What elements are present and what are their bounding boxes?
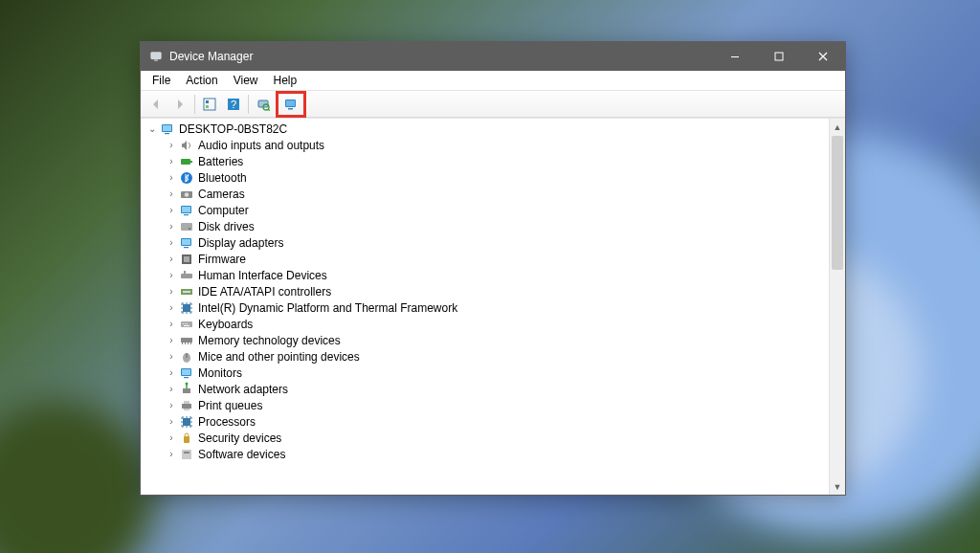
display-icon (179, 235, 194, 251)
svg-rect-58 (184, 436, 189, 443)
expander-icon[interactable]: › (166, 384, 177, 394)
tree-category[interactable]: ›Display adapters (141, 234, 829, 251)
toolbar-separator (248, 95, 249, 114)
svg-rect-39 (185, 323, 186, 324)
svg-rect-29 (184, 247, 189, 248)
titlebar[interactable]: Device Manager (141, 42, 845, 71)
tree-category[interactable]: ›Intel(R) Dynamic Platform and Thermal F… (141, 299, 829, 316)
tree-category-label: Firmware (198, 253, 246, 266)
forward-button[interactable] (168, 93, 191, 116)
expander-icon[interactable]: › (166, 286, 177, 297)
expander-icon[interactable]: › (166, 449, 177, 459)
expander-icon[interactable]: ⌄ (146, 123, 158, 134)
expander-icon[interactable]: › (166, 188, 177, 199)
tree-category-label: Display adapters (198, 236, 283, 250)
svg-rect-57 (183, 418, 190, 426)
menu-file[interactable]: File (145, 72, 178, 89)
annotation-highlight (276, 91, 306, 118)
svg-rect-28 (182, 239, 190, 245)
svg-rect-60 (184, 452, 189, 453)
monitor-icon (179, 365, 194, 381)
tree-category[interactable]: ›Disk drives (141, 218, 829, 234)
tree-category[interactable]: ›Batteries (141, 153, 829, 169)
svg-rect-54 (182, 404, 191, 409)
expander-icon[interactable]: › (166, 156, 177, 166)
svg-rect-17 (181, 159, 190, 165)
svg-rect-42 (181, 338, 192, 343)
tree-category[interactable]: ›Keyboards (141, 316, 829, 332)
tree-category[interactable]: ›Network adapters (141, 381, 829, 397)
tree-category[interactable]: ›Print queues (141, 397, 829, 413)
scan-hardware-button[interactable] (252, 93, 275, 116)
scroll-down-arrow[interactable]: ▼ (830, 478, 845, 495)
scroll-thumb[interactable] (832, 136, 843, 270)
tree-category[interactable]: ›Mice and other pointing devices (141, 348, 829, 365)
tree-category[interactable]: ›Bluetooth (141, 169, 829, 186)
svg-rect-0 (151, 53, 162, 59)
menu-help[interactable]: Help (266, 72, 305, 89)
device-tree[interactable]: ⌄DESKTOP-0BST82C›Audio inputs and output… (141, 119, 829, 495)
expander-icon[interactable]: › (166, 416, 177, 427)
show-hide-tree-button[interactable] (198, 93, 221, 116)
tree-category[interactable]: ›Security devices (141, 430, 829, 446)
disk-icon (179, 219, 194, 234)
add-legacy-hardware-button[interactable] (279, 93, 302, 116)
vertical-scrollbar[interactable]: ▲ ▼ (829, 119, 845, 495)
content-area: ⌄DESKTOP-0BST82C›Audio inputs and output… (141, 118, 845, 495)
back-button[interactable] (145, 93, 167, 116)
keyboard-icon (179, 317, 194, 332)
svg-rect-31 (184, 256, 189, 262)
tree-category-label: Network adapters (198, 383, 288, 396)
bluetooth-icon (179, 170, 194, 186)
mouse-icon (179, 349, 194, 365)
expander-icon[interactable]: › (166, 367, 177, 378)
svg-point-21 (185, 192, 189, 197)
tree-category[interactable]: ›Audio inputs and outputs (141, 137, 829, 153)
svg-rect-55 (184, 401, 189, 404)
help-button[interactable]: ? (222, 93, 245, 116)
scroll-up-arrow[interactable]: ▲ (830, 119, 845, 135)
tree-category[interactable]: ›IDE ATA/ATAPI controllers (141, 283, 829, 299)
expander-icon[interactable]: › (166, 400, 177, 410)
tree-category[interactable]: ›Processors (141, 413, 829, 430)
tree-category-label: Batteries (198, 155, 243, 168)
minimize-button[interactable] (713, 42, 757, 71)
tree-category[interactable]: ›Cameras (141, 186, 829, 202)
expander-icon[interactable]: › (166, 221, 177, 232)
tree-category[interactable]: ›Human Interface Devices (141, 267, 829, 283)
computer-root-icon (160, 122, 175, 137)
expander-icon[interactable]: › (166, 237, 177, 248)
camera-icon (179, 187, 194, 202)
expander-icon[interactable]: › (166, 254, 177, 264)
app-icon (148, 49, 164, 64)
menu-action[interactable]: Action (178, 72, 225, 89)
expander-icon[interactable]: › (166, 319, 177, 329)
expander-icon[interactable]: › (166, 335, 177, 345)
tree-category-label: Keyboards (198, 318, 253, 331)
svg-rect-16 (165, 133, 169, 134)
tree-category-label: Processors (198, 415, 256, 429)
tree-category[interactable]: ›Firmware (141, 251, 829, 267)
expander-icon[interactable]: › (166, 172, 177, 183)
menu-view[interactable]: View (226, 72, 266, 89)
maximize-button[interactable] (757, 42, 801, 71)
expander-icon[interactable]: › (166, 351, 177, 362)
expander-icon[interactable]: › (166, 270, 177, 280)
tree-category-label: IDE ATA/ATAPI controllers (198, 285, 331, 299)
printer-icon (179, 398, 194, 413)
expander-icon[interactable]: › (166, 432, 177, 443)
expander-icon[interactable]: › (166, 302, 177, 313)
svg-rect-13 (288, 108, 293, 110)
tree-category[interactable]: ›Computer (141, 202, 829, 218)
tree-category[interactable]: ›Memory technology devices (141, 332, 829, 348)
close-button[interactable] (801, 42, 845, 71)
toolbar-separator (194, 95, 195, 114)
tree-root[interactable]: ⌄DESKTOP-0BST82C (141, 121, 829, 137)
expander-icon[interactable]: › (166, 205, 177, 215)
tree-category[interactable]: ›Software devices (141, 446, 829, 462)
svg-rect-46 (190, 343, 191, 344)
speaker-icon (179, 138, 194, 153)
tree-category[interactable]: ›Monitors (141, 365, 829, 381)
svg-rect-32 (181, 274, 192, 278)
expander-icon[interactable]: › (166, 140, 177, 150)
